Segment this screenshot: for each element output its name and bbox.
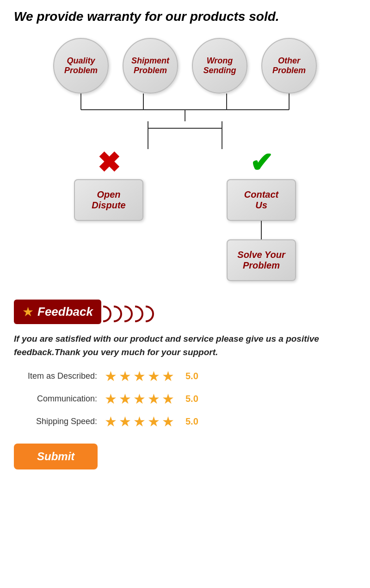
stars-described: ★ ★ ★ ★ ★ xyxy=(105,368,174,384)
feedback-label: Feedback xyxy=(37,305,93,319)
wave-3 xyxy=(124,306,133,322)
star-2: ★ xyxy=(119,368,131,384)
star-3: ★ xyxy=(133,368,146,384)
boxes-row: OpenDispute ContactUs Solve YourProblem xyxy=(74,179,296,281)
star-1: ★ xyxy=(105,391,117,407)
wave-2 xyxy=(114,306,122,322)
feedback-star-icon: ★ xyxy=(22,304,34,319)
stars-shipping: ★ ★ ★ ★ ★ xyxy=(105,413,174,430)
open-dispute-box: OpenDispute xyxy=(74,179,143,221)
star-1: ★ xyxy=(105,368,117,384)
circles-row: QualityProblem ShipmentProblem WrongSend… xyxy=(53,38,317,94)
vertical-connector xyxy=(261,221,262,239)
rating-section: Item as Described: ★ ★ ★ ★ ★ 5.0 Communi… xyxy=(14,368,356,430)
rating-row-communication: Communication: ★ ★ ★ ★ ★ 5.0 xyxy=(14,391,356,407)
check-mark: ✔ xyxy=(227,149,296,177)
circle-shipment: ShipmentProblem xyxy=(123,38,178,94)
score-communication: 5.0 xyxy=(185,394,198,404)
flowchart: QualityProblem ShipmentProblem WrongSend… xyxy=(14,38,356,281)
feedback-message: If you are satisfied with our product an… xyxy=(14,332,356,359)
star-4: ★ xyxy=(148,368,160,384)
submit-button[interactable]: Submit xyxy=(14,444,98,469)
x-mark: ✖ xyxy=(74,149,143,177)
star-3: ★ xyxy=(133,413,146,430)
circle-wrong: WrongSending xyxy=(192,38,247,94)
star-2: ★ xyxy=(119,391,131,407)
rating-row-shipping: Shipping Speed: ★ ★ ★ ★ ★ 5.0 xyxy=(14,413,356,430)
solve-problem-box: Solve YourProblem xyxy=(227,239,296,281)
star-5: ★ xyxy=(162,391,174,407)
wave-4 xyxy=(135,306,143,322)
main-title: We provide warranty for our products sol… xyxy=(14,9,356,24)
wave-1 xyxy=(103,306,111,322)
rating-label-shipping: Shipping Speed: xyxy=(14,417,97,426)
score-shipping: 5.0 xyxy=(185,416,198,427)
contact-us-box: ContactUs xyxy=(227,179,296,221)
rating-row-described: Item as Described: ★ ★ ★ ★ ★ 5.0 xyxy=(14,368,356,384)
star-5: ★ xyxy=(162,413,174,430)
connector-mid-lines xyxy=(111,121,259,149)
feedback-banner: ★ Feedback xyxy=(14,300,101,324)
feedback-section: ★ Feedback If you are satisfied with our… xyxy=(14,300,356,469)
star-2: ★ xyxy=(119,413,131,430)
circle-other: OtherProblem xyxy=(261,38,317,94)
star-3: ★ xyxy=(133,391,146,407)
circle-quality: QualityProblem xyxy=(53,38,109,94)
wave-decorations xyxy=(103,306,154,322)
right-column: ContactUs Solve YourProblem xyxy=(227,179,296,281)
stars-communication: ★ ★ ★ ★ ★ xyxy=(105,391,174,407)
rating-label-described: Item as Described: xyxy=(14,371,97,381)
marks-row: ✖ ✔ xyxy=(14,149,356,177)
score-described: 5.0 xyxy=(185,371,198,382)
connector-top-lines xyxy=(53,94,317,121)
star-1: ★ xyxy=(105,413,117,430)
star-4: ★ xyxy=(148,413,160,430)
rating-label-communication: Communication: xyxy=(14,394,97,404)
star-5: ★ xyxy=(162,368,174,384)
feedback-banner-row: ★ Feedback xyxy=(14,300,356,328)
wave-5 xyxy=(146,306,154,322)
star-4: ★ xyxy=(148,391,160,407)
